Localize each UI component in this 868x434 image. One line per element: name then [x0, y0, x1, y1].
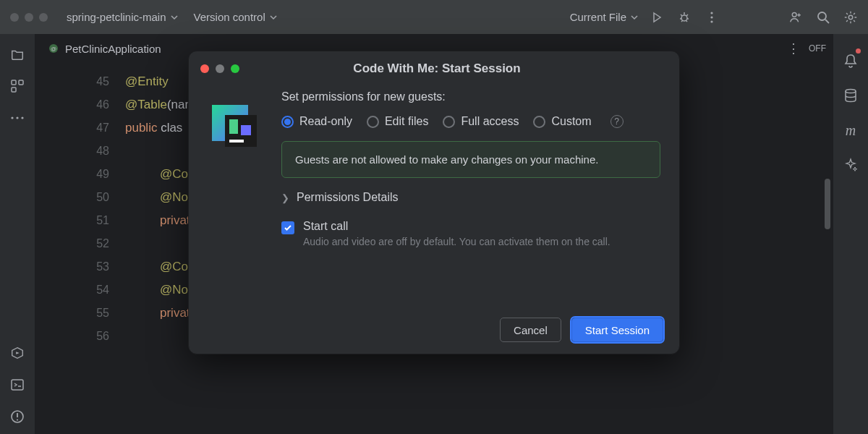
start-call-checkbox-row: Start call Audio and video are off by de… — [281, 220, 660, 247]
radio-full-access[interactable]: Full access — [443, 115, 519, 128]
dialog-title: Code With Me: Start Session — [206, 61, 668, 76]
radio-dot — [367, 116, 379, 128]
permission-info-box: Guests are not allowed to make any chang… — [281, 141, 660, 178]
permissions-heading: Set permissions for new guests: — [281, 90, 660, 103]
radio-read-only[interactable]: Read-only — [281, 115, 352, 128]
help-icon[interactable]: ? — [610, 115, 624, 128]
radio-dot — [443, 116, 455, 128]
radio-edit-files[interactable]: Edit files — [367, 115, 428, 128]
svg-rect-22 — [229, 119, 238, 134]
code-with-me-logo-icon — [208, 98, 265, 156]
start-call-subtext: Audio and video are off by default. You … — [303, 236, 610, 247]
start-session-button[interactable]: Start Session — [571, 318, 663, 342]
dialog-titlebar: Code With Me: Start Session — [189, 51, 679, 86]
radio-dot — [533, 116, 545, 128]
svg-rect-24 — [229, 140, 244, 142]
modal-layer: Code With Me: Start Session Set permissi… — [0, 0, 868, 434]
radio-dot-selected — [281, 116, 294, 128]
permissions-radio-group: Read-only Edit files Full access Custom … — [281, 115, 660, 128]
radio-custom[interactable]: Custom — [533, 115, 591, 128]
dialog-footer: Cancel Start Session — [500, 318, 663, 342]
cancel-button[interactable]: Cancel — [500, 318, 561, 342]
svg-rect-23 — [241, 125, 251, 135]
start-call-label: Start call — [303, 220, 610, 233]
chevron-right-icon: ❯ — [281, 192, 289, 203]
code-with-me-dialog: Code With Me: Start Session Set permissi… — [188, 51, 680, 354]
permissions-details-toggle[interactable]: ❯Permissions Details — [281, 191, 660, 204]
start-call-checkbox[interactable] — [281, 221, 294, 234]
